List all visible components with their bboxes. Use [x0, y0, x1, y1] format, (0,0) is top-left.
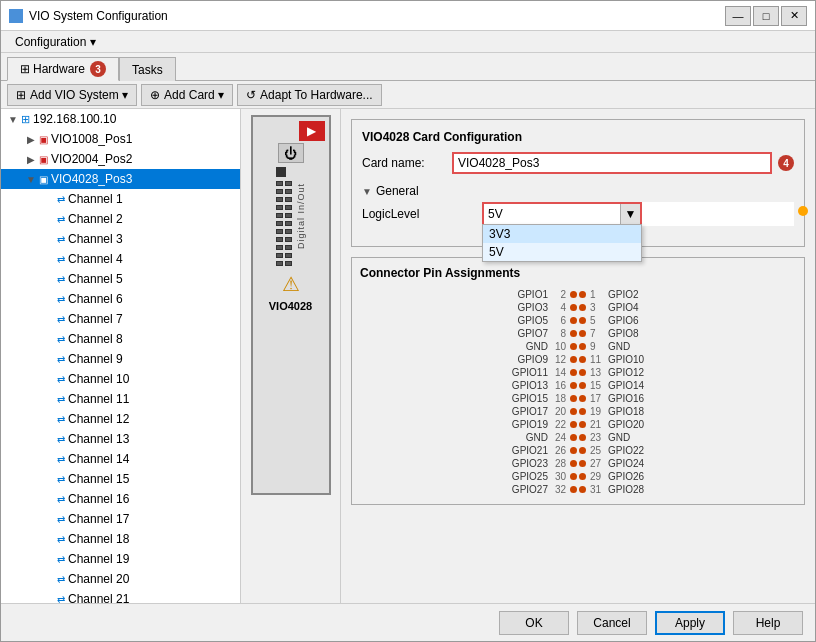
tree-item-vio1008[interactable]: ▶▣VIO1008_Pos1 — [1, 129, 240, 149]
tree-label-ch14: Channel 14 — [68, 452, 129, 466]
minimize-button[interactable]: — — [725, 6, 751, 26]
tree-item-ch3[interactable]: ⇄Channel 3 — [1, 229, 240, 249]
tree-label-ch10: Channel 10 — [68, 372, 129, 386]
adapt-icon: ↺ — [246, 88, 256, 102]
expand-btn-vio2004[interactable]: ▶ — [23, 154, 39, 165]
tree-label-ch6: Channel 6 — [68, 292, 123, 306]
tree-label-ch9: Channel 9 — [68, 352, 123, 366]
pin-row: GPIO19 22 21 GPIO20 — [510, 418, 646, 431]
tree-item-ch20[interactable]: ⇄Channel 20 — [1, 569, 240, 589]
tree-item-ch16[interactable]: ⇄Channel 16 — [1, 489, 240, 509]
expand-btn-vio1008[interactable]: ▶ — [23, 134, 39, 145]
tree-item-ch11[interactable]: ⇄Channel 11 — [1, 389, 240, 409]
configuration-menu[interactable]: Configuration ▾ — [7, 33, 104, 51]
tree-item-root[interactable]: ▼⊞192.168.100.10 — [1, 109, 240, 129]
card-model-label: VIO4028 — [269, 300, 312, 312]
tree-label-ch18: Channel 18 — [68, 532, 129, 546]
power-button[interactable]: ⏻ — [278, 143, 304, 163]
tree-item-ch4[interactable]: ⇄Channel 4 — [1, 249, 240, 269]
apply-button[interactable]: Apply — [655, 611, 725, 635]
cancel-button[interactable]: Cancel — [577, 611, 647, 635]
tree-icon-ch15: ⇄ — [57, 474, 65, 485]
tree-item-ch21[interactable]: ⇄Channel 21 — [1, 589, 240, 603]
tree-item-vio4028[interactable]: ▼▣VIO4028_Pos3 — [1, 169, 240, 189]
logic-level-row: LogicLevel 5V ▼ 3V3 — [362, 202, 794, 226]
logic-dropdown-arrow[interactable]: ▼ — [620, 204, 640, 224]
tree-item-ch12[interactable]: ⇄Channel 12 — [1, 409, 240, 429]
add-card-icon: ⊕ — [150, 88, 160, 102]
tree-item-ch10[interactable]: ⇄Channel 10 — [1, 369, 240, 389]
tree-label-ch4: Channel 4 — [68, 252, 123, 266]
tree-item-ch9[interactable]: ⇄Channel 9 — [1, 349, 240, 369]
tree-label-ch7: Channel 7 — [68, 312, 123, 326]
pin-row: GPIO23 28 27 GPIO24 — [510, 457, 646, 470]
tree-item-ch2[interactable]: ⇄Channel 2 — [1, 209, 240, 229]
expand-btn-root[interactable]: ▼ — [5, 114, 21, 125]
expand-btn-vio4028[interactable]: ▼ — [23, 174, 39, 185]
tree-label-vio1008: VIO1008_Pos1 — [51, 132, 132, 146]
tree-item-ch8[interactable]: ⇄Channel 8 — [1, 329, 240, 349]
logic-option-3v3[interactable]: 3V3 — [483, 225, 641, 243]
tree-label-vio2004: VIO2004_Pos2 — [51, 152, 132, 166]
tab-hardware[interactable]: ⊞ Hardware 3 — [7, 57, 119, 81]
tree-item-ch7[interactable]: ⇄Channel 7 — [1, 309, 240, 329]
tree-icon-ch17: ⇄ — [57, 514, 65, 525]
card-config-section: VIO4028 Card Configuration Card name: 4 … — [351, 119, 805, 247]
menu-bar: Configuration ▾ — [1, 31, 815, 53]
card-visual-panel: ▶ ⏻ — [241, 109, 341, 603]
tree-item-ch13[interactable]: ⇄Channel 13 — [1, 429, 240, 449]
right-panel: VIO4028 Card Configuration Card name: 4 … — [341, 109, 815, 603]
tab-tasks[interactable]: Tasks — [119, 57, 176, 81]
tree-label-ch1: Channel 1 — [68, 192, 123, 206]
main-window: VIO System Configuration — □ ✕ Configura… — [0, 0, 816, 642]
tree-label-ch8: Channel 8 — [68, 332, 123, 346]
tree-item-ch19[interactable]: ⇄Channel 19 — [1, 549, 240, 569]
logic-level-dropdown-container: 5V ▼ 3V3 5V — [482, 202, 642, 226]
card-name-input[interactable] — [452, 152, 772, 174]
tree-label-ch16: Channel 16 — [68, 492, 129, 506]
tree-label-ch20: Channel 20 — [68, 572, 129, 586]
pin-row: GPIO13 16 15 GPIO14 — [510, 379, 646, 392]
close-button[interactable]: ✕ — [781, 6, 807, 26]
play-button[interactable]: ▶ — [299, 121, 325, 141]
add-card-button[interactable]: ⊕ Add Card ▾ — [141, 84, 233, 106]
tree-icon-ch13: ⇄ — [57, 434, 65, 445]
tree-item-ch5[interactable]: ⇄Channel 5 — [1, 269, 240, 289]
card-label-vertical: Digital In/Out — [296, 183, 306, 249]
tree-icon-ch16: ⇄ — [57, 494, 65, 505]
tree-item-ch18[interactable]: ⇄Channel 18 — [1, 529, 240, 549]
card-name-label: Card name: — [362, 156, 452, 170]
tree-item-vio2004[interactable]: ▶▣VIO2004_Pos2 — [1, 149, 240, 169]
tree-label-ch2: Channel 2 — [68, 212, 123, 226]
logic-option-5v[interactable]: 5V — [483, 243, 641, 261]
adapt-hardware-button[interactable]: ↺ Adapt To Hardware... — [237, 84, 382, 106]
tree-panel: ▼⊞192.168.100.10▶▣VIO1008_Pos1▶▣VIO2004_… — [1, 109, 241, 603]
pin-row: GPIO21 26 25 GPIO22 — [510, 444, 646, 457]
ok-button[interactable]: OK — [499, 611, 569, 635]
maximize-button[interactable]: □ — [753, 6, 779, 26]
tree-item-ch6[interactable]: ⇄Channel 6 — [1, 289, 240, 309]
tree-icon-ch8: ⇄ — [57, 334, 65, 345]
collapse-arrow-icon[interactable]: ▼ — [362, 186, 372, 197]
window-controls: — □ ✕ — [725, 6, 807, 26]
help-button[interactable]: Help — [733, 611, 803, 635]
tree-icon-root: ⊞ — [21, 113, 30, 126]
tree-item-ch14[interactable]: ⇄Channel 14 — [1, 449, 240, 469]
add-vio-system-button[interactable]: ⊞ Add VIO System ▾ — [7, 84, 137, 106]
pin-row: GPIO27 32 31 GPIO28 — [510, 483, 646, 496]
card-name-row: Card name: 4 — [362, 152, 794, 174]
general-label: General — [376, 184, 419, 198]
tree-icon-ch5: ⇄ — [57, 274, 65, 285]
tree-item-ch15[interactable]: ⇄Channel 15 — [1, 469, 240, 489]
logic-level-label: LogicLevel — [362, 202, 482, 226]
pin-row: GPIO7 8 7 GPIO8 — [510, 327, 646, 340]
tree-icon-ch20: ⇄ — [57, 574, 65, 585]
tree-icon-ch21: ⇄ — [57, 594, 65, 604]
tree-scroll[interactable]: ▼⊞192.168.100.10▶▣VIO1008_Pos1▶▣VIO2004_… — [1, 109, 240, 603]
tree-label-ch21: Channel 21 — [68, 592, 129, 603]
tree-item-ch1[interactable]: ⇄Channel 1 — [1, 189, 240, 209]
tree-item-ch17[interactable]: ⇄Channel 17 — [1, 509, 240, 529]
pin-row: GPIO11 14 13 GPIO12 — [510, 366, 646, 379]
properties-table: LogicLevel 5V ▼ 3V3 — [362, 202, 794, 226]
card-name-badge: 4 — [778, 155, 794, 171]
